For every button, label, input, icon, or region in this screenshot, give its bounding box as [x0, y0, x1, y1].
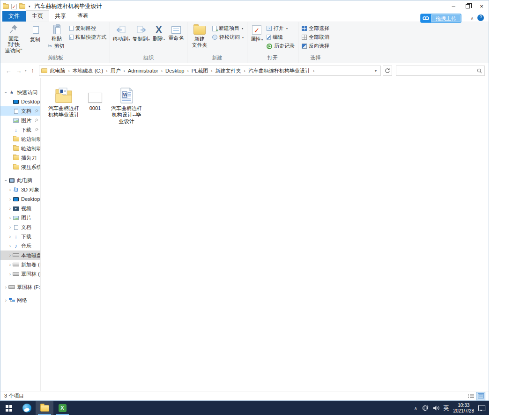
sidebar-item-3d-objects[interactable]: › 3D 对象 [0, 185, 40, 194]
new-item-button[interactable]: 新建项目 ▾ [210, 24, 245, 33]
ribbon-collapse-icon[interactable]: ∧ [470, 16, 474, 21]
refresh-button[interactable] [383, 66, 392, 76]
sidebar-item-videos[interactable]: › ▶ 视频 [0, 204, 40, 213]
sidebar-section-network[interactable]: › 网络 [0, 295, 40, 305]
details-view-button[interactable] [467, 392, 475, 400]
edit-button[interactable]: 编辑 [265, 33, 297, 42]
breadcrumb-item[interactable]: PL截图 [190, 66, 210, 75]
taskbar-green-app-button[interactable]: X [53, 401, 71, 415]
sidebar-item-downloads[interactable]: › ↓ 下载 [0, 232, 40, 241]
breadcrumb-item[interactable]: Administrator [126, 67, 160, 74]
breadcrumb-item[interactable]: 用户 [109, 66, 123, 75]
properties-quick-button[interactable]: ✓ [11, 4, 17, 9]
select-none-button[interactable]: 全部取消 [300, 33, 331, 42]
paste-button[interactable]: 粘贴 [46, 24, 67, 42]
sidebar-section-drive-f[interactable]: › 覃国林 (F:) [0, 282, 40, 292]
breadcrumb-item[interactable]: 新建文件夹 [214, 66, 243, 75]
sidebar-item-new-volume-d[interactable]: › 新加卷 (D:) [0, 260, 40, 269]
thumbnail-view-button[interactable] [476, 392, 485, 400]
sidebar-item-documents[interactable]: › 文档 [0, 222, 40, 232]
tab-home[interactable]: 主页 [26, 10, 49, 22]
search-input[interactable] [399, 68, 477, 74]
open-button[interactable]: › 打开 ▾ [265, 24, 297, 33]
sidebar-section-this-pc[interactable]: › 此电脑 [0, 176, 40, 185]
taskbar-explorer-button[interactable] [36, 401, 53, 415]
new-folder-button[interactable]: 新建 文件夹 [189, 22, 210, 48]
network-status-icon[interactable] [422, 405, 429, 411]
close-button[interactable]: × [475, 0, 489, 12]
chevron-collapsed-icon[interactable]: › [7, 243, 13, 249]
invert-selection-button[interactable]: 反向选择 [300, 42, 331, 51]
back-button[interactable]: ← [4, 67, 13, 74]
chevron-collapsed-icon[interactable]: › [7, 197, 13, 202]
sidebar-item-folder[interactable]: 轮边制动 [0, 144, 40, 153]
sidebar-item-desktop[interactable]: › Desktop [0, 194, 40, 204]
tab-file[interactable]: 文件 [2, 11, 26, 22]
breadcrumb-item[interactable]: 汽车曲柄连杆机构毕业设计 [246, 66, 312, 75]
rename-button[interactable]: 重命名 [167, 22, 186, 41]
sidebar-item-music[interactable]: › ♪ 音乐 [0, 241, 40, 251]
netdisk-upload-button[interactable]: 拖拽上传 [420, 14, 461, 23]
sidebar-item-downloads[interactable]: ↓ 下载 [0, 125, 40, 134]
input-language-indicator[interactable]: 英 [444, 404, 449, 412]
help-icon[interactable]: ? [477, 15, 484, 21]
chevron-collapsed-icon[interactable]: › [7, 225, 13, 230]
copy-path-button[interactable]: 复制路径 [67, 24, 108, 33]
chevron-collapsed-icon[interactable]: › [7, 187, 13, 192]
sidebar-item-folder[interactable]: 轮边制动 [0, 134, 40, 144]
sidebar-item-documents[interactable]: 文档 [0, 106, 40, 116]
breadcrumb[interactable]: 此电脑› 本地磁盘 (C:)› 用户› Administrator› Deskt… [39, 66, 381, 76]
tab-share[interactable]: 共享 [49, 11, 72, 22]
copy-to-button[interactable]: 复制到▾ [131, 22, 151, 43]
recent-locations-dropdown-icon[interactable]: ▾ [25, 69, 27, 73]
up-button[interactable]: ↑ [29, 67, 37, 74]
file-list[interactable]: 汽车曲柄连杆机构毕业设计 0001 W [41, 78, 489, 391]
chevron-collapsed-icon[interactable]: › [3, 298, 8, 303]
copy-button[interactable]: 复制 [24, 22, 46, 43]
chevron-collapsed-icon[interactable]: › [7, 272, 13, 277]
sidebar-item-folder[interactable]: 插齿刀 [0, 153, 40, 162]
sidebar-section-quick-access[interactable]: › ★ 快速访问 [0, 88, 40, 97]
sidebar-item-folder[interactable]: 液压系统原理 [0, 162, 40, 172]
file-item-word-document[interactable]: W 汽车曲柄连杆机构设计--毕业设计 [110, 84, 143, 125]
move-to-icon [116, 25, 126, 35]
quick-toolbar-dropdown-icon[interactable]: ▾ [28, 5, 31, 8]
select-all-button[interactable]: 全部选择 [300, 24, 331, 33]
sidebar-item-desktop[interactable]: Desktop [0, 97, 40, 106]
paste-shortcut-button[interactable]: 粘贴快捷方式 [67, 33, 108, 42]
breadcrumb-item[interactable]: 此电脑 [48, 66, 67, 75]
sidebar-item-local-disk-c[interactable]: › 本地磁盘 (C:) [0, 251, 40, 260]
new-folder-quick-button[interactable] [19, 4, 25, 9]
minimize-button[interactable]: – [446, 0, 461, 12]
taskbar-browser-button[interactable] [18, 401, 36, 415]
sidebar-item-pictures[interactable]: 图片 [0, 116, 40, 125]
forward-button[interactable]: → [15, 67, 23, 74]
restore-button[interactable] [461, 0, 475, 12]
breadcrumb-item[interactable]: Desktop [163, 67, 186, 74]
action-center-icon[interactable] [478, 405, 485, 411]
address-dropdown-icon[interactable]: ▾ [373, 69, 379, 73]
chevron-collapsed-icon[interactable]: › [7, 234, 13, 239]
easy-access-button[interactable]: 轻松访问 ▾ [210, 33, 245, 42]
file-item-image[interactable]: 0001 [83, 84, 107, 111]
breadcrumb-item[interactable]: 本地磁盘 (C:) [71, 66, 105, 75]
chevron-collapsed-icon[interactable]: › [3, 285, 8, 290]
tray-chevron-up-icon[interactable]: ∧ [414, 406, 417, 411]
file-item-folder[interactable]: 汽车曲柄连杆机构毕业设计 [47, 84, 80, 118]
volume-icon[interactable] [433, 405, 439, 411]
tab-view[interactable]: 查看 [72, 11, 94, 22]
delete-button[interactable]: X 删除▾ [151, 22, 167, 43]
move-to-button[interactable]: 移动到▾ [111, 22, 131, 43]
properties-button[interactable]: ✓ 属性▾ [249, 22, 265, 43]
cut-button[interactable]: ✂ 剪切 [46, 42, 67, 51]
chevron-collapsed-icon[interactable]: › [7, 206, 13, 211]
pin-to-quick-access-button[interactable]: 固定到"快 速访问" [3, 22, 24, 54]
taskbar-clock[interactable]: 10:33 2021/7/28 [453, 403, 475, 414]
sidebar-item-drive-f[interactable]: › 覃国林 (F:) [0, 269, 40, 279]
sidebar-item-pictures[interactable]: › 图片 [0, 213, 40, 222]
history-button[interactable]: 历史记录 [265, 42, 297, 51]
chevron-collapsed-icon[interactable]: › [7, 253, 13, 258]
chevron-collapsed-icon[interactable]: › [7, 215, 13, 221]
chevron-collapsed-icon[interactable]: › [7, 262, 13, 267]
start-button[interactable] [0, 401, 18, 415]
